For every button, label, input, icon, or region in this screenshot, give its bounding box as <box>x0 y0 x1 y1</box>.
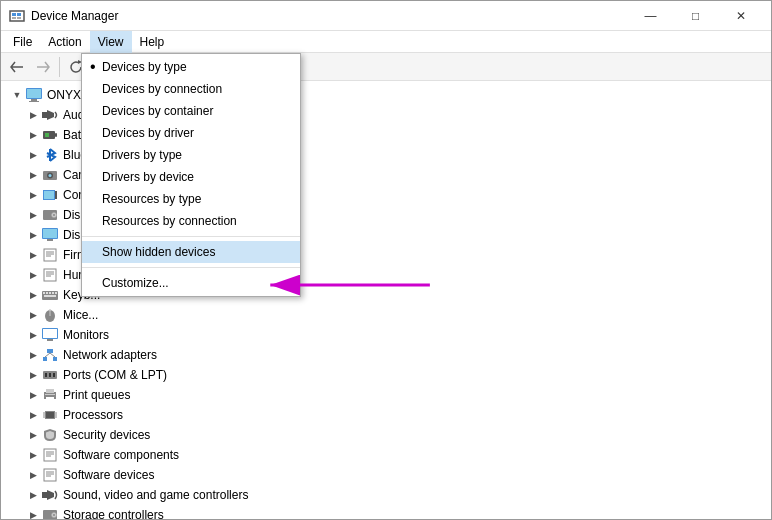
storage-label: Storage controllers <box>63 508 164 519</box>
svg-rect-24 <box>47 239 53 241</box>
display-expand-icon: ▶ <box>25 227 41 243</box>
svg-rect-56 <box>46 389 54 393</box>
svg-rect-44 <box>43 329 57 338</box>
svg-rect-52 <box>45 373 47 377</box>
minimize-button[interactable]: — <box>628 1 673 31</box>
dropdown-item-resources-by-type[interactable]: Resources by type <box>82 188 300 210</box>
toolbar-separator <box>59 57 60 77</box>
tree-item-mice[interactable]: ▶ Mice... <box>1 305 771 325</box>
svg-rect-71 <box>44 469 56 481</box>
print-expand-icon: ▶ <box>25 387 41 403</box>
tree-item-network[interactable]: ▶ Network adapters <box>1 345 771 365</box>
svg-rect-58 <box>45 394 55 395</box>
dropdown-item-devices-by-container[interactable]: Devices by container <box>82 100 300 122</box>
svg-rect-2 <box>17 13 21 16</box>
bluetooth-expand-icon: ▶ <box>25 147 41 163</box>
menu-item-view[interactable]: View <box>90 31 132 53</box>
keyboards-expand-icon: ▶ <box>25 287 41 303</box>
ports-icon <box>41 366 59 384</box>
sound-label: Sound, video and game controllers <box>63 488 248 502</box>
toolbar-back-button[interactable] <box>5 55 29 79</box>
svg-rect-75 <box>42 492 47 498</box>
tree-item-ports[interactable]: ▶ Ports (COM & LPT) <box>1 365 771 385</box>
dropdown-item-customize[interactable]: Customize... <box>82 272 300 294</box>
software-components-expand-icon: ▶ <box>25 447 41 463</box>
processors-expand-icon: ▶ <box>25 407 41 423</box>
close-button[interactable]: ✕ <box>718 1 763 31</box>
svg-rect-17 <box>44 191 54 199</box>
keyboards-icon <box>41 286 59 304</box>
svg-rect-1 <box>12 13 16 16</box>
dropdown-item-devices-by-connection[interactable]: Devices by connection <box>82 78 300 100</box>
software-components-label: Software components <box>63 448 179 462</box>
storage-icon <box>41 506 59 519</box>
print-icon <box>41 386 59 404</box>
svg-rect-46 <box>47 349 53 353</box>
batteries-icon <box>41 126 59 144</box>
monitors-icon <box>41 326 59 344</box>
cameras-icon <box>41 166 59 184</box>
svg-rect-23 <box>43 229 57 238</box>
dropdown-item-devices-by-type[interactable]: Devices by type <box>82 56 300 78</box>
tree-item-processors[interactable]: ▶ Processors <box>1 405 771 425</box>
ports-expand-icon: ▶ <box>25 367 41 383</box>
svg-rect-57 <box>46 397 54 401</box>
window-icon <box>9 8 25 24</box>
tree-item-software-devices[interactable]: ▶ Software devices <box>1 465 771 485</box>
menu-item-help[interactable]: Help <box>132 31 173 53</box>
dropdown-item-show-hidden-devices[interactable]: Show hidden devices <box>82 241 300 263</box>
svg-rect-4 <box>17 17 21 19</box>
dropdown-separator-2 <box>82 267 300 268</box>
svg-rect-47 <box>43 357 47 361</box>
svg-rect-25 <box>44 249 56 261</box>
menu-item-action[interactable]: Action <box>40 31 89 53</box>
com-expand-icon: ▶ <box>25 187 41 203</box>
svg-rect-35 <box>46 292 48 294</box>
network-expand-icon: ▶ <box>25 347 41 363</box>
hid-icon <box>41 266 59 284</box>
svg-point-42 <box>49 309 51 311</box>
monitors-label: Monitors <box>63 328 109 342</box>
sound-expand-icon: ▶ <box>25 487 41 503</box>
svg-line-50 <box>50 353 55 357</box>
software-devices-expand-icon: ▶ <box>25 467 41 483</box>
processors-icon <box>41 406 59 424</box>
svg-rect-37 <box>52 292 54 294</box>
svg-rect-45 <box>47 339 53 341</box>
svg-rect-18 <box>55 191 57 199</box>
svg-rect-34 <box>43 292 45 294</box>
com-icon <box>41 186 59 204</box>
mice-icon <box>41 306 59 324</box>
tree-item-software-components[interactable]: ▶ Software components <box>1 445 771 465</box>
toolbar-forward-button[interactable] <box>31 55 55 79</box>
mice-expand-icon: ▶ <box>25 307 41 323</box>
svg-rect-9 <box>42 112 47 118</box>
print-queues-label: Print queues <box>63 388 130 402</box>
tree-item-monitors[interactable]: ▶ Monitors <box>1 325 771 345</box>
view-dropdown: Devices by type Devices by connection De… <box>81 53 301 297</box>
root-expand-icon: ▼ <box>9 87 25 103</box>
svg-rect-6 <box>27 89 41 98</box>
svg-rect-12 <box>45 133 49 137</box>
svg-rect-38 <box>55 292 57 294</box>
menu-item-file[interactable]: File <box>5 31 40 53</box>
svg-point-78 <box>53 514 55 516</box>
maximize-button[interactable]: □ <box>673 1 718 31</box>
software-components-icon <box>41 446 59 464</box>
svg-rect-48 <box>53 357 57 361</box>
dropdown-item-devices-by-driver[interactable]: Devices by driver <box>82 122 300 144</box>
security-expand-icon: ▶ <box>25 427 41 443</box>
dropdown-item-resources-by-connection[interactable]: Resources by connection <box>82 210 300 232</box>
dropdown-item-drivers-by-device[interactable]: Drivers by device <box>82 166 300 188</box>
software-devices-label: Software devices <box>63 468 154 482</box>
firmware-icon <box>41 246 59 264</box>
tree-item-storage[interactable]: ▶ Storage controllers <box>1 505 771 519</box>
dropdown-item-drivers-by-type[interactable]: Drivers by type <box>82 144 300 166</box>
menu-bar: File Action View Help Devices by type De… <box>1 31 771 53</box>
tree-item-print-queues[interactable]: ▶ Print queues <box>1 385 771 405</box>
tree-item-sound[interactable]: ▶ Sound, video and game controllers <box>1 485 771 505</box>
svg-rect-29 <box>44 269 56 281</box>
title-bar: Device Manager — □ ✕ <box>1 1 771 31</box>
tree-item-security[interactable]: ▶ Security devices <box>1 425 771 445</box>
ports-label: Ports (COM & LPT) <box>63 368 167 382</box>
